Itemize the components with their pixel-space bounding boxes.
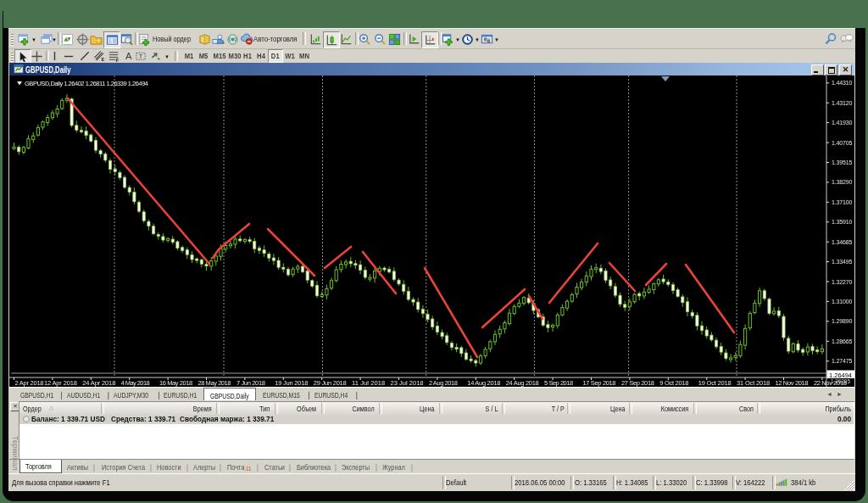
svg-text:11 Jul 2018: 11 Jul 2018 (352, 379, 385, 387)
svg-text:12 Nov 2018: 12 Nov 2018 (776, 379, 809, 387)
svg-text:29 Jun 2018: 29 Jun 2018 (314, 379, 347, 387)
svg-text:17 Sep 2018: 17 Sep 2018 (583, 379, 616, 387)
svg-text:1.28665: 1.28665 (832, 338, 853, 344)
svg-text:1.34685: 1.34685 (832, 239, 853, 245)
svg-text:28 May 2018: 28 May 2018 (198, 379, 231, 387)
svg-text:1.33495: 1.33495 (832, 259, 853, 265)
svg-text:1.29890: 1.29890 (832, 318, 853, 324)
svg-text:19 Oct 2018: 19 Oct 2018 (698, 379, 732, 387)
svg-text:24 Aug 2018: 24 Aug 2018 (506, 379, 539, 387)
svg-text:1.35910: 1.35910 (832, 219, 853, 225)
svg-text:14 Aug 2018: 14 Aug 2018 (467, 379, 500, 387)
svg-text:5 Sep 2018: 5 Sep 2018 (544, 379, 573, 387)
svg-text:A: A (125, 51, 132, 61)
svg-text:1.31000: 1.31000 (832, 299, 853, 305)
svg-text:E: E (101, 57, 104, 62)
svg-text:16 May 2018: 16 May 2018 (159, 379, 192, 387)
svg-text:1.44310: 1.44310 (832, 80, 853, 86)
svg-text:22 Nov 2018: 22 Nov 2018 (814, 379, 847, 387)
svg-text:1.32270: 1.32270 (832, 279, 853, 285)
svg-text:F: F (115, 58, 119, 63)
svg-text:1.43120: 1.43120 (832, 100, 853, 106)
svg-text:4 May 2018: 4 May 2018 (121, 379, 150, 387)
svg-text:1.37100: 1.37100 (832, 199, 853, 205)
svg-text:27 Sep 2018: 27 Sep 2018 (621, 379, 654, 387)
svg-text:19 Jun 2018: 19 Jun 2018 (275, 379, 308, 387)
svg-text:23 Jul 2018: 23 Jul 2018 (391, 379, 424, 387)
svg-text:GBPUSD,Daily 1.26402 1.26811: GBPUSD,Daily 1.26402 1.26811 1.26339 1.2… (25, 80, 148, 87)
svg-text:9 Oct 2018: 9 Oct 2018 (659, 379, 688, 387)
svg-text:24 Apr 2018: 24 Apr 2018 (82, 379, 115, 387)
svg-text:1.39515: 1.39515 (832, 159, 853, 165)
svg-text:2 Aug 2018: 2 Aug 2018 (429, 379, 458, 387)
svg-text:2 Apr 2018: 2 Apr 2018 (15, 379, 44, 387)
svg-text:12 Apr 2018: 12 Apr 2018 (44, 379, 77, 387)
svg-text:31 Oct 2018: 31 Oct 2018 (737, 379, 770, 387)
svg-text:1.38290: 1.38290 (832, 179, 853, 185)
svg-text:1.40705: 1.40705 (832, 140, 853, 146)
svg-text:1.27475: 1.27475 (832, 358, 853, 364)
svg-text:T: T (138, 53, 142, 60)
svg-text:7 Jun 2018: 7 Jun 2018 (236, 379, 265, 387)
svg-text:1.41930: 1.41930 (832, 120, 853, 126)
